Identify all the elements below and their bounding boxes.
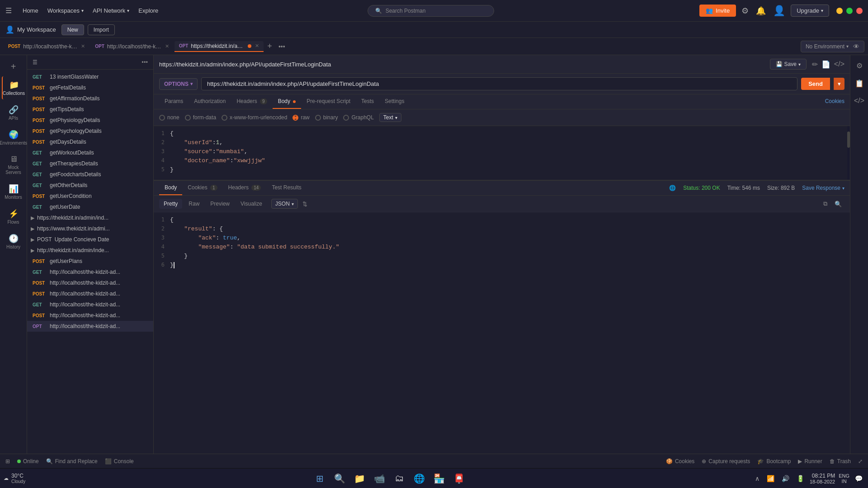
list-item[interactable]: POST http://localhost/the-kidzit-ad...	[27, 277, 153, 288]
list-item-group[interactable]: ▶ https://thekidzit.in/admin/ind...	[27, 212, 153, 223]
tab-tests[interactable]: Tests	[356, 94, 379, 109]
right-panel-code-icon[interactable]: </>	[851, 94, 867, 108]
list-item[interactable]: GET getWorkoutDetails	[27, 147, 153, 158]
search-input[interactable]: 🔍 Search Postman	[368, 5, 494, 17]
notifications-icon[interactable]: 🔔	[754, 4, 768, 18]
filter-icon[interactable]: ⇅	[300, 199, 310, 209]
sidebar-add-button[interactable]: +	[8, 59, 19, 75]
list-item[interactable]: POST getDaysDetails	[27, 136, 153, 147]
find-replace-button[interactable]: 🔍 Find and Replace	[46, 458, 98, 465]
description-icon[interactable]: 📄	[821, 60, 830, 69]
nav-api-network[interactable]: API Network ▾	[89, 5, 133, 16]
meet-button[interactable]: 📹	[371, 470, 387, 487]
invite-button[interactable]: 👥 Invite	[699, 5, 736, 17]
sidebar-item-monitors[interactable]: 📊 Monitors	[2, 180, 25, 203]
new-button[interactable]: New	[61, 24, 84, 35]
send-button[interactable]: Send	[801, 78, 830, 90]
postman-button[interactable]: 📮	[451, 470, 467, 487]
list-item[interactable]: GET http://localhost/the-kidzit-ad...	[27, 299, 153, 310]
sidebar-item-flows[interactable]: ⚡ Flows	[2, 205, 25, 228]
start-button[interactable]: ⊞	[311, 470, 328, 487]
chrome-button[interactable]: 🌐	[411, 470, 427, 487]
sidebar-more-icon[interactable]: •••	[142, 59, 148, 66]
radio-binary[interactable]: binary	[315, 114, 338, 121]
edit-icon[interactable]: ✏	[812, 60, 818, 69]
workspace-selector[interactable]: 👤 My Workspace	[5, 25, 56, 34]
list-item-group[interactable]: ▶ https://www.thekidzit.in/admi...	[27, 223, 153, 234]
cookies-button[interactable]: 🍪 Cookies	[666, 458, 694, 465]
nav-home[interactable]: Home	[19, 5, 42, 16]
list-item[interactable]: POST getUserCondition	[27, 191, 153, 202]
tab-1[interactable]: OPT http://localhost/the-kidz... ✕	[90, 42, 174, 52]
layout-toggle[interactable]: ⊞	[5, 458, 10, 465]
notification-center-icon[interactable]: 💬	[853, 473, 864, 484]
tab-add-button[interactable]: +	[264, 42, 275, 51]
list-item[interactable]: GET getOtherDetails	[27, 180, 153, 191]
sidebar-filter-icon[interactable]: ☰	[33, 59, 38, 66]
system-tray-up-icon[interactable]: ∧	[753, 473, 761, 484]
resp-tab-cookies[interactable]: Cookies 1	[182, 181, 222, 195]
fmt-visualize[interactable]: Visualize	[236, 199, 267, 209]
files-button[interactable]: 📁	[351, 470, 368, 487]
avatar-icon[interactable]: 👤	[771, 3, 787, 19]
bootcamp-button[interactable]: 🎓 Bootcamp	[757, 458, 791, 465]
runner-button[interactable]: ▶ Runner	[798, 458, 822, 465]
language-selector[interactable]: ENGIN	[839, 473, 849, 484]
resp-tab-body[interactable]: Body	[159, 181, 182, 195]
fmt-pretty[interactable]: Pretty	[159, 199, 182, 209]
nav-explore[interactable]: Explore	[135, 5, 162, 16]
close-button[interactable]	[856, 8, 863, 14]
nav-workspaces[interactable]: Workspaces ▾	[44, 5, 87, 16]
sidebar-item-apis[interactable]: 🔗 APIs	[2, 101, 25, 124]
resp-tab-headers[interactable]: Headers 14	[223, 181, 267, 195]
list-item-group[interactable]: ▶ POST Update Concieve Date	[27, 234, 153, 245]
tab-settings[interactable]: Settings	[379, 94, 410, 109]
console-button[interactable]: ⬛ Console	[105, 458, 134, 465]
environment-selector[interactable]: No Environment ▾ 👁	[801, 41, 864, 52]
tab-pre-request[interactable]: Pre-request Script	[301, 94, 356, 109]
code-icon[interactable]: </>	[834, 60, 844, 68]
list-item[interactable]: GET http://localhost/the-kidzit-ad...	[27, 267, 153, 277]
hamburger-menu[interactable]: ☰	[5, 6, 12, 15]
text-type-dropdown[interactable]: Text ▾	[379, 113, 401, 122]
minimize-button[interactable]	[836, 8, 843, 14]
fmt-preview[interactable]: Preview	[206, 199, 234, 209]
list-item[interactable]: GET getFoodchartsDetails	[27, 169, 153, 180]
clock[interactable]: 08:21 PM 18-08-2022	[810, 473, 835, 484]
maximize-button[interactable]	[846, 8, 853, 14]
battery-icon[interactable]: 🔋	[795, 473, 806, 484]
trash-button[interactable]: 🗑 Trash	[830, 458, 851, 465]
tab-close-0[interactable]: ✕	[81, 43, 85, 49]
tab-params[interactable]: Params	[159, 94, 189, 109]
store-button[interactable]: 🏪	[431, 470, 447, 487]
tab-close-2[interactable]: ✕	[255, 43, 259, 49]
url-input[interactable]	[201, 77, 797, 90]
settings-icon[interactable]: ⚙	[740, 4, 750, 18]
list-item-active[interactable]: OPT http://localhost/the-kidzit-ad...	[27, 321, 153, 332]
radio-form-data[interactable]: form-data	[185, 114, 216, 121]
fmt-raw[interactable]: Raw	[184, 199, 204, 209]
save-response-button[interactable]: Save Response ▾	[802, 185, 844, 191]
tab-0[interactable]: POST http://localhost/the-kid... ✕	[4, 42, 90, 52]
method-selector[interactable]: OPTIONS ▾	[159, 78, 198, 90]
list-item-group[interactable]: ▶ http://thekidzit.in/admin/inde...	[27, 245, 153, 256]
list-item[interactable]: GET 13 insertGlassWater	[27, 71, 153, 82]
tab-authorization[interactable]: Authorization	[189, 94, 231, 109]
tab-body[interactable]: Body	[273, 94, 302, 109]
send-dropdown-button[interactable]: ▾	[834, 78, 844, 90]
tab-more-button[interactable]: •••	[276, 43, 288, 50]
list-item[interactable]: POST http://localhost/the-kidzit-ad...	[27, 288, 153, 299]
tab-headers[interactable]: Headers 9	[231, 94, 272, 109]
copy-icon[interactable]: ⧉	[821, 198, 830, 209]
resp-tab-test-results[interactable]: Test Results	[266, 181, 307, 195]
list-item[interactable]: POST getTipsDetails	[27, 104, 153, 115]
list-item[interactable]: POST getPhysiologyDetails	[27, 115, 153, 126]
list-item[interactable]: GET getTherapiesDetails	[27, 158, 153, 169]
right-panel-icon2[interactable]: 📋	[852, 76, 867, 90]
radio-graphql[interactable]: GraphQL	[343, 114, 373, 121]
capture-button[interactable]: ⊕ Capture requests	[702, 458, 750, 465]
cookies-link[interactable]: Cookies	[825, 94, 844, 109]
expand-button[interactable]: ⤢	[858, 458, 863, 465]
sidebar-item-collections[interactable]: 📁 Collections	[2, 76, 25, 99]
tab-2[interactable]: OPT https://thekidzit.in/adm... ✕	[175, 41, 264, 52]
